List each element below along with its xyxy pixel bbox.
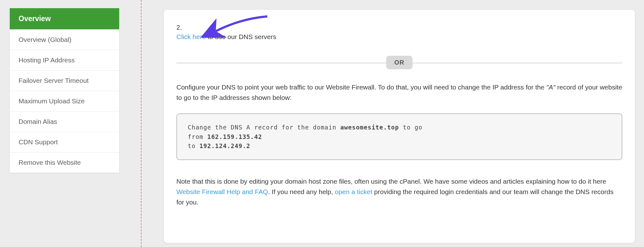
note-pre: Note that this is done by editing your d… xyxy=(176,178,606,185)
sidebar-item-domain-alias[interactable]: Domain Alias xyxy=(10,112,119,132)
step-number: 2. xyxy=(176,24,622,31)
sidebar-item-overview-global[interactable]: Overview (Global) xyxy=(10,30,119,50)
domain-name: awesomesite.top xyxy=(340,124,399,131)
to-ip: 192.124.249.2 xyxy=(199,142,250,149)
dns-instructions-code: Change the DNS A record for the domain a… xyxy=(176,113,622,160)
sidebar: Overview Overview (Global) Hosting IP Ad… xyxy=(9,8,119,173)
sidebar-item-cdn-support[interactable]: CDN Support xyxy=(10,132,119,152)
sidebar-item-overview[interactable]: Overview xyxy=(10,8,119,30)
step-text: Click here to use our DNS servers xyxy=(176,33,622,41)
code-line-3: to 192.124.249.2 xyxy=(188,141,611,151)
sidebar-item-hosting-ip[interactable]: Hosting IP Address xyxy=(10,50,119,71)
help-faq-link[interactable]: Website Firewall Help and FAQ xyxy=(176,188,268,195)
configure-paragraph: Configure your DNS to point your web tra… xyxy=(176,82,622,103)
note-mid: . If you need any help, xyxy=(268,188,335,195)
code-line-2: from 162.159.135.42 xyxy=(188,132,611,141)
main-content-card: 2. Click here to use our DNS servers OR … xyxy=(164,9,635,243)
divider: OR xyxy=(176,56,622,70)
open-ticket-link[interactable]: open a ticket xyxy=(335,188,372,195)
a-record-italic: "A" xyxy=(546,83,555,91)
note-paragraph: Note that this is done by editing your d… xyxy=(176,176,622,207)
configure-pre: Configure your DNS to point your web tra… xyxy=(176,83,546,91)
click-here-rest: to use our DNS servers xyxy=(206,33,276,40)
click-here-link[interactable]: Click here xyxy=(176,33,206,40)
or-badge: OR xyxy=(386,56,413,69)
selection-guide-line xyxy=(141,0,142,247)
sidebar-item-remove-website[interactable]: Remove this Website xyxy=(10,152,119,173)
from-ip: 162.159.135.42 xyxy=(207,133,262,140)
sidebar-item-max-upload[interactable]: Maximum Upload Size xyxy=(10,91,119,112)
code-line-1: Change the DNS A record for the domain a… xyxy=(188,123,611,132)
sidebar-item-failover-timeout[interactable]: Failover Server Timeout xyxy=(10,71,119,91)
